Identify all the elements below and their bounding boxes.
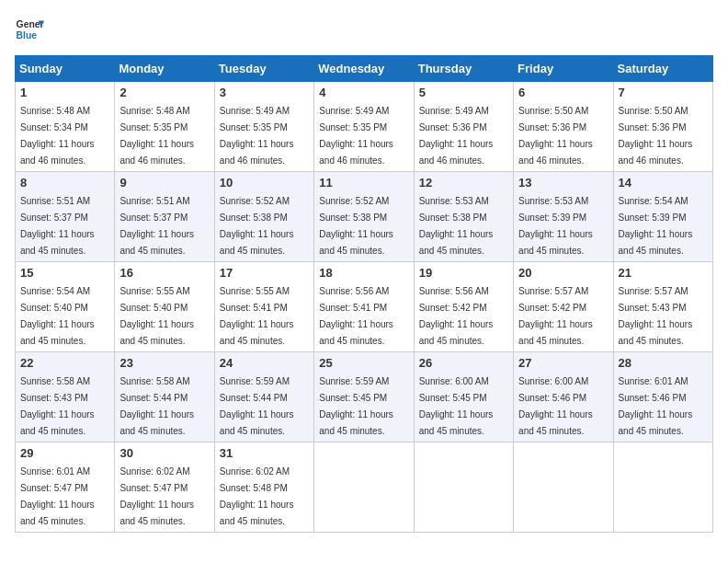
day-number: 15 (20, 266, 109, 280)
day-info: Sunrise: 5:50 AMSunset: 5:36 PMDaylight:… (619, 106, 693, 166)
calendar-cell: 27 Sunrise: 6:00 AMSunset: 5:46 PMDaylig… (514, 352, 613, 442)
day-number: 10 (220, 176, 309, 190)
day-number: 30 (119, 446, 209, 460)
day-info: Sunrise: 5:53 AMSunset: 5:39 PMDaylight:… (518, 196, 593, 256)
weekday-header-thursday: Thursday (414, 56, 513, 82)
day-number: 4 (319, 86, 408, 99)
calendar-cell: 16 Sunrise: 5:55 AMSunset: 5:40 PMDaylig… (115, 262, 214, 352)
calendar-cell: 31 Sunrise: 6:02 AMSunset: 5:48 PMDaylig… (214, 442, 313, 533)
day-info: Sunrise: 5:57 AMSunset: 5:42 PMDaylight:… (518, 286, 593, 346)
day-info: Sunrise: 5:55 AMSunset: 5:40 PMDaylight:… (119, 286, 194, 346)
calendar-cell: 28 Sunrise: 6:01 AMSunset: 5:46 PMDaylig… (613, 352, 712, 442)
weekday-header-monday: Monday (115, 56, 214, 82)
day-number: 2 (119, 86, 209, 99)
weekday-header-sunday: Sunday (16, 56, 115, 82)
day-number: 17 (220, 266, 309, 280)
day-number: 5 (419, 86, 508, 99)
day-number: 25 (319, 356, 408, 370)
calendar-table: SundayMondayTuesdayWednesdayThursdayFrid… (15, 55, 713, 533)
calendar-cell: 22 Sunrise: 5:58 AMSunset: 5:43 PMDaylig… (16, 352, 115, 442)
calendar-cell: 4 Sunrise: 5:49 AMSunset: 5:35 PMDayligh… (314, 82, 414, 172)
day-info: Sunrise: 5:56 AMSunset: 5:42 PMDaylight:… (419, 286, 494, 346)
day-number: 29 (20, 446, 109, 460)
calendar-cell: 2 Sunrise: 5:48 AMSunset: 5:35 PMDayligh… (115, 82, 214, 172)
calendar-cell: 17 Sunrise: 5:55 AMSunset: 5:41 PMDaylig… (214, 262, 313, 352)
day-number: 21 (619, 266, 708, 280)
day-number: 3 (220, 86, 309, 99)
weekday-header-tuesday: Tuesday (214, 56, 313, 82)
calendar-cell (613, 442, 712, 533)
page-header: General Blue (15, 15, 713, 44)
calendar-cell: 19 Sunrise: 5:56 AMSunset: 5:42 PMDaylig… (414, 262, 513, 352)
calendar-cell (414, 442, 513, 533)
day-info: Sunrise: 5:50 AMSunset: 5:36 PMDaylight:… (518, 106, 593, 166)
day-number: 8 (20, 176, 109, 190)
day-info: Sunrise: 5:51 AMSunset: 5:37 PMDaylight:… (20, 196, 95, 256)
day-info: Sunrise: 5:49 AMSunset: 5:35 PMDaylight:… (319, 106, 393, 166)
day-number: 6 (518, 86, 608, 99)
calendar-cell (514, 442, 613, 533)
day-info: Sunrise: 5:49 AMSunset: 5:36 PMDaylight:… (419, 106, 494, 166)
weekday-header-saturday: Saturday (613, 56, 712, 82)
calendar-cell: 23 Sunrise: 5:58 AMSunset: 5:44 PMDaylig… (115, 352, 214, 442)
calendar-cell: 24 Sunrise: 5:59 AMSunset: 5:44 PMDaylig… (214, 352, 313, 442)
day-info: Sunrise: 5:58 AMSunset: 5:44 PMDaylight:… (119, 376, 194, 436)
day-info: Sunrise: 5:59 AMSunset: 5:45 PMDaylight:… (319, 376, 393, 436)
calendar-cell: 1 Sunrise: 5:48 AMSunset: 5:34 PMDayligh… (16, 82, 115, 172)
calendar-cell: 12 Sunrise: 5:53 AMSunset: 5:38 PMDaylig… (414, 172, 513, 262)
day-number: 11 (319, 176, 408, 190)
logo: General Blue (15, 15, 44, 44)
day-number: 16 (119, 266, 209, 280)
logo-icon: General Blue (15, 15, 44, 44)
day-info: Sunrise: 5:54 AMSunset: 5:39 PMDaylight:… (619, 196, 693, 256)
day-info: Sunrise: 5:53 AMSunset: 5:38 PMDaylight:… (419, 196, 494, 256)
day-info: Sunrise: 6:02 AMSunset: 5:48 PMDaylight:… (220, 466, 294, 526)
calendar-cell: 15 Sunrise: 5:54 AMSunset: 5:40 PMDaylig… (16, 262, 115, 352)
day-info: Sunrise: 6:01 AMSunset: 5:46 PMDaylight:… (619, 376, 693, 436)
day-number: 23 (119, 356, 209, 370)
day-info: Sunrise: 5:56 AMSunset: 5:41 PMDaylight:… (319, 286, 393, 346)
calendar-cell: 6 Sunrise: 5:50 AMSunset: 5:36 PMDayligh… (514, 82, 613, 172)
calendar-cell: 7 Sunrise: 5:50 AMSunset: 5:36 PMDayligh… (613, 82, 712, 172)
calendar-cell (314, 442, 414, 533)
calendar-cell: 13 Sunrise: 5:53 AMSunset: 5:39 PMDaylig… (514, 172, 613, 262)
day-info: Sunrise: 5:48 AMSunset: 5:34 PMDaylight:… (20, 106, 95, 166)
day-number: 26 (419, 356, 508, 370)
calendar-cell: 3 Sunrise: 5:49 AMSunset: 5:35 PMDayligh… (214, 82, 313, 172)
day-info: Sunrise: 5:52 AMSunset: 5:38 PMDaylight:… (319, 196, 393, 256)
calendar-cell: 29 Sunrise: 6:01 AMSunset: 5:47 PMDaylig… (16, 442, 115, 533)
day-info: Sunrise: 5:59 AMSunset: 5:44 PMDaylight:… (220, 376, 294, 436)
calendar-cell: 10 Sunrise: 5:52 AMSunset: 5:38 PMDaylig… (214, 172, 313, 262)
day-number: 14 (619, 176, 708, 190)
calendar-cell: 11 Sunrise: 5:52 AMSunset: 5:38 PMDaylig… (314, 172, 414, 262)
day-number: 24 (220, 356, 309, 370)
calendar-cell: 8 Sunrise: 5:51 AMSunset: 5:37 PMDayligh… (16, 172, 115, 262)
svg-text:Blue: Blue (17, 30, 38, 40)
day-number: 20 (518, 266, 608, 280)
day-info: Sunrise: 6:02 AMSunset: 5:47 PMDaylight:… (119, 466, 194, 526)
day-info: Sunrise: 5:51 AMSunset: 5:37 PMDaylight:… (119, 196, 194, 256)
calendar-cell: 20 Sunrise: 5:57 AMSunset: 5:42 PMDaylig… (514, 262, 613, 352)
day-number: 7 (619, 86, 708, 99)
day-number: 1 (20, 86, 109, 99)
day-number: 27 (518, 356, 608, 370)
calendar-cell: 25 Sunrise: 5:59 AMSunset: 5:45 PMDaylig… (314, 352, 414, 442)
day-number: 28 (619, 356, 708, 370)
calendar-cell: 21 Sunrise: 5:57 AMSunset: 5:43 PMDaylig… (613, 262, 712, 352)
calendar-cell: 30 Sunrise: 6:02 AMSunset: 5:47 PMDaylig… (115, 442, 214, 533)
calendar-cell: 5 Sunrise: 5:49 AMSunset: 5:36 PMDayligh… (414, 82, 513, 172)
day-info: Sunrise: 5:48 AMSunset: 5:35 PMDaylight:… (119, 106, 194, 166)
day-info: Sunrise: 5:55 AMSunset: 5:41 PMDaylight:… (220, 286, 294, 346)
day-number: 31 (220, 446, 309, 460)
day-info: Sunrise: 6:00 AMSunset: 5:46 PMDaylight:… (518, 376, 593, 436)
day-number: 13 (518, 176, 608, 190)
day-info: Sunrise: 5:49 AMSunset: 5:35 PMDaylight:… (220, 106, 294, 166)
calendar-cell: 9 Sunrise: 5:51 AMSunset: 5:37 PMDayligh… (115, 172, 214, 262)
weekday-header-friday: Friday (514, 56, 613, 82)
day-info: Sunrise: 5:57 AMSunset: 5:43 PMDaylight:… (619, 286, 693, 346)
day-number: 18 (319, 266, 408, 280)
calendar-cell: 14 Sunrise: 5:54 AMSunset: 5:39 PMDaylig… (613, 172, 712, 262)
day-number: 22 (20, 356, 109, 370)
day-number: 19 (419, 266, 508, 280)
day-info: Sunrise: 5:58 AMSunset: 5:43 PMDaylight:… (20, 376, 95, 436)
